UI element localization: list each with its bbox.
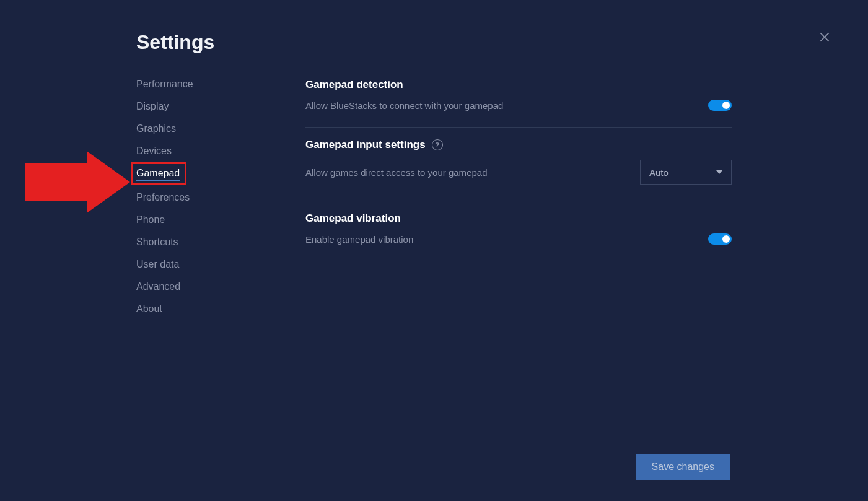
section-title-detection-text: Gamepad detection [305,79,403,91]
section-row-input: Allow games direct access to your gamepa… [305,160,732,185]
section-gamepad-input: Gamepad input settings ? Allow games dir… [305,139,732,201]
sidebar-item-advanced[interactable]: Advanced [136,281,180,292]
section-row-detection: Allow BlueStacks to connect with your ga… [305,100,732,111]
toggle-knob [722,235,730,243]
help-icon[interactable]: ? [432,139,443,150]
section-title-input: Gamepad input settings ? [305,139,732,151]
sidebar: Performance Display Graphics Devices Gam… [136,79,279,315]
sidebar-item-graphics[interactable]: Graphics [136,123,176,134]
section-desc-detection: Allow BlueStacks to connect with your ga… [305,100,503,111]
sidebar-item-gamepad[interactable]: Gamepad [136,168,180,181]
sidebar-item-devices[interactable]: Devices [136,146,172,157]
section-desc-input: Allow games direct access to your gamepa… [305,167,487,178]
save-button[interactable]: Save changes [636,454,730,480]
sidebar-item-phone[interactable]: Phone [136,214,165,225]
dropdown-gamepad-input[interactable]: Auto [640,160,732,185]
section-gamepad-vibration: Gamepad vibration Enable gamepad vibrati… [305,212,732,261]
sidebar-item-highlight-box: Gamepad [131,162,186,185]
toggle-knob [722,102,730,109]
main-content: Gamepad detection Allow BlueStacks to co… [279,79,732,315]
section-title-vibration: Gamepad vibration [305,212,732,225]
settings-panel: Settings Performance Display Graphics De… [0,0,868,315]
sidebar-item-performance[interactable]: Performance [136,79,193,90]
section-title-vibration-text: Gamepad vibration [305,212,401,225]
dropdown-value: Auto [649,167,669,178]
toggle-gamepad-detection[interactable] [708,100,732,111]
sidebar-item-display[interactable]: Display [136,101,169,112]
page-title: Settings [136,31,732,54]
content-wrapper: Performance Display Graphics Devices Gam… [136,79,732,315]
svg-marker-0 [25,151,130,213]
sidebar-item-preferences[interactable]: Preferences [136,192,190,203]
arrow-annotation-icon [25,151,130,213]
section-row-vibration: Enable gamepad vibration [305,233,732,245]
sidebar-item-userdata[interactable]: User data [136,259,179,270]
section-title-input-text: Gamepad input settings [305,139,426,151]
section-desc-vibration: Enable gamepad vibration [305,234,413,245]
section-gamepad-detection: Gamepad detection Allow BlueStacks to co… [305,79,732,128]
sidebar-item-shortcuts[interactable]: Shortcuts [136,237,178,248]
section-title-detection: Gamepad detection [305,79,732,91]
sidebar-item-about[interactable]: About [136,303,162,315]
toggle-gamepad-vibration[interactable] [708,233,732,245]
chevron-down-icon [716,170,722,174]
